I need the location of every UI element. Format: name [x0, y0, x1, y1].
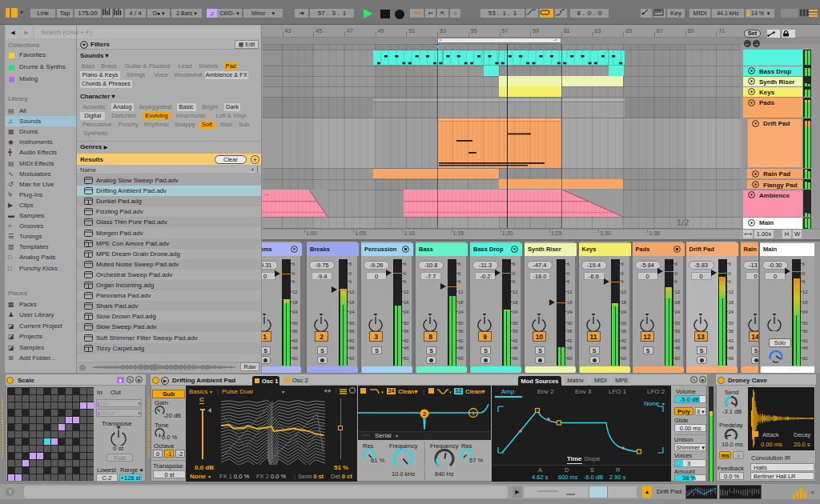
svg-text:2: 2: [423, 411, 426, 417]
svg-text:1: 1: [472, 410, 475, 416]
